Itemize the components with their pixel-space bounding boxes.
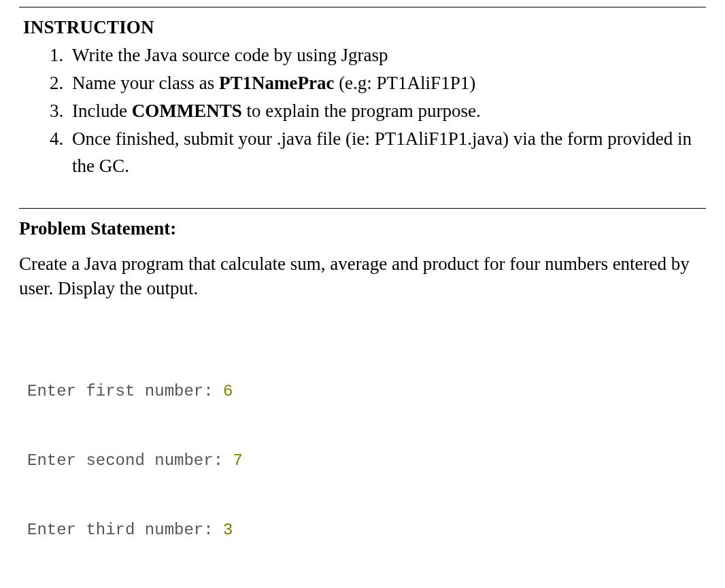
problem-heading: Problem Statement: (19, 218, 706, 239)
divider-middle (19, 208, 706, 209)
instruction-item-bold: COMMENTS (132, 101, 242, 121)
document-page: INSTRUCTION Write the Java source code b… (0, 7, 725, 588)
instruction-item: Name your class as PT1NamePrac (e.g: PT1… (68, 70, 706, 97)
console-user-input: 6 (223, 382, 233, 400)
instruction-item: Once finished, submit your .java file (i… (68, 126, 706, 179)
console-output: Enter first number: 6 Enter second numbe… (19, 334, 706, 588)
console-line: Enter first number: 6 (27, 380, 706, 403)
console-prompt: Enter third number: (27, 521, 223, 539)
instruction-item-post: to explain the program purpose. (242, 101, 481, 121)
instruction-item-pre: Once finished, submit your .java file (i… (72, 128, 692, 175)
instruction-item: Include COMMENTS to explain the program … (68, 98, 706, 124)
instruction-item-pre: Write the Java source code by using Jgra… (72, 45, 388, 65)
console-prompt: Enter second number: (27, 451, 233, 470)
problem-statement-text: Create a Java program that calculate sum… (19, 252, 706, 301)
console-user-input: 7 (233, 451, 242, 470)
instruction-item-bold: PT1NamePrac (219, 73, 334, 93)
instruction-item-pre: Name your class as (72, 73, 219, 93)
instruction-item-pre: Include (72, 101, 132, 121)
console-prompt: Enter first number: (27, 382, 223, 400)
console-user-input: 3 (223, 521, 233, 539)
instruction-list: Write the Java source code by using Jgra… (19, 42, 706, 179)
console-line: Enter second number: 7 (27, 449, 706, 472)
console-line: Enter third number: 3 (27, 519, 706, 542)
instruction-section: INSTRUCTION Write the Java source code b… (19, 7, 706, 208)
instruction-item: Write the Java source code by using Jgra… (68, 42, 706, 69)
instruction-heading: INSTRUCTION (19, 17, 706, 38)
instruction-item-post: (e.g: PT1AliF1P1) (334, 73, 475, 93)
